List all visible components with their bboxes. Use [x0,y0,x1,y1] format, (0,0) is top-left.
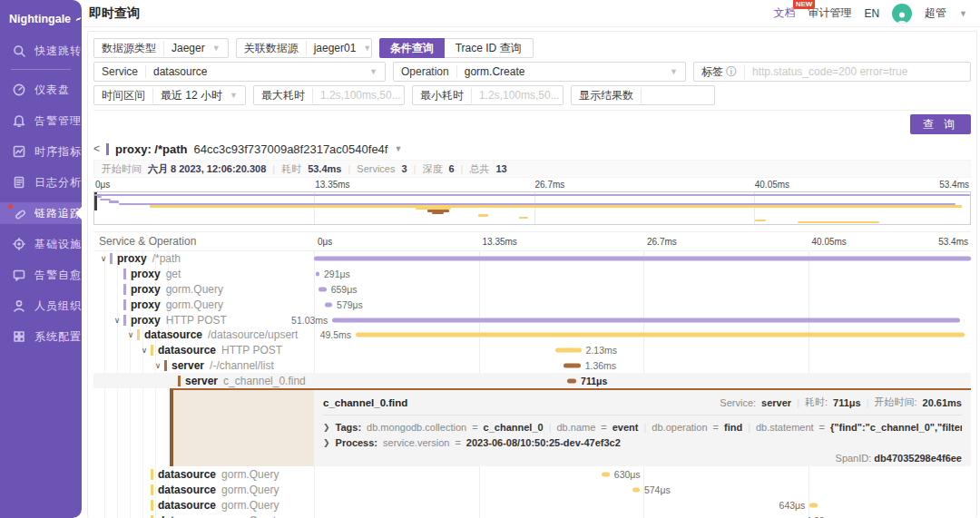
span-duration-bar[interactable] [318,287,327,291]
span-duration-bar[interactable] [325,302,332,307]
role-label[interactable]: 超管 [925,5,946,21]
operation-select[interactable]: Operation gorm.Create ▼ [393,62,686,82]
datasource-select[interactable]: 关联数据源 jaeger01 ▼ [236,38,372,58]
sidebar-item-search[interactable]: 快速跳转 [0,40,82,62]
sidebar-item-infra[interactable]: 基础设施 [0,233,82,255]
tag-item: = [601,422,606,433]
span-table-header: Service & Operation 0μs13.35ms26.7ms40.0… [93,231,971,251]
sidebar-item-dashboard[interactable]: 仪表盘 [0,79,82,101]
span-row[interactable]: ∨proxy/*path [93,251,971,267]
service-color-marker [164,360,167,371]
span-duration-bar[interactable] [356,333,965,337]
chevron-down-icon: ▼ [369,67,385,76]
span-row[interactable]: datasourcegorm.Create4.98ms [93,513,971,518]
tree-collapse-icon[interactable]: ∨ [124,330,137,339]
people-icon [12,299,25,313]
span-duration-label: 2.13ms [586,345,617,356]
span-row[interactable]: datasourcegorm.Query643μs [93,497,971,513]
span-row[interactable]: ∨server/-/channel/list1.36ms [93,358,971,374]
bird-icon [75,13,82,25]
timeline-tick: 26.7ms [647,237,677,247]
detail-process-row[interactable]: ❯ Process: service.version = 2023-06-08/… [323,437,962,448]
query-button[interactable]: 查 询 [910,114,971,134]
minimap-span [798,221,879,223]
tag-item: {"find":"c_channel_0","filter":{"account… [830,422,962,433]
span-row[interactable]: datasourcegorm.Query630μs [93,466,971,482]
tag-item: db.statement [756,422,814,433]
tree-collapse-icon[interactable]: ∨ [111,316,123,325]
span-duration-label: 291μs [324,269,350,279]
infra-icon [12,238,25,251]
timeline-tick: 40.05ms [812,237,847,247]
heal-icon [12,269,25,282]
minimap-span [109,200,118,202]
tab-traceid-query[interactable]: Trace ID 查询 [445,38,534,58]
tag-item: db.operation [652,422,707,433]
tag-item: event [612,422,639,433]
span-duration-bar[interactable] [316,272,319,277]
span-duration-bar[interactable] [602,472,610,476]
tag-placeholder: http.status_code=200 error=true [745,65,915,78]
result-limit-input[interactable]: 显示结果数 [571,85,715,105]
span-duration-bar[interactable] [567,378,576,383]
span-row[interactable]: serverc_channel_0.find711μs [93,373,971,388]
sidebar-item-people[interactable]: 人员组织 [0,295,82,317]
sidebar-item-trace[interactable]: 链路追踪 [0,202,82,224]
sidebar: Nightingale 快速跳转仪表盘告警管理时序指标日志分析链路追踪基础设施告… [0,0,82,518]
tree-collapse-icon[interactable]: ∨ [97,254,110,263]
timeline-tick: 53.4ms [938,237,968,247]
span-row[interactable]: ∨datasourceHTTP POST2.13ms [93,343,971,358]
tree-collapse-icon[interactable]: ∨ [152,361,164,370]
metric-icon [12,145,25,159]
tag-item: c_channel_0 [484,422,544,433]
tree-collapse-icon[interactable]: ∨ [138,346,151,355]
minimap-span [519,217,528,219]
sidebar-item-config[interactable]: 系统配置 [0,326,82,347]
filter-bar: 数据源类型 Jaeger ▼ 关联数据源 jaeger01 ▼ 条件查询 Tra… [93,32,971,111]
span-duration-label: 51.03ms [291,315,332,326]
span-duration-bar[interactable] [564,363,580,367]
span-duration-bar[interactable] [332,318,960,322]
tag-input[interactable]: 标签 ⓘ http.status_code=200 error=true [693,62,971,82]
trace-icon [12,207,25,220]
datasource-type-select[interactable]: 数据源类型 Jaeger ▼ [93,38,229,58]
service-color-marker [123,315,126,326]
chevron-down-icon: ▼ [959,9,967,18]
span-row[interactable]: proxyget291μs [93,267,971,282]
service-color-marker [123,269,126,279]
sidebar-item-log[interactable]: 日志分析 [0,171,82,193]
dashboard-icon [12,83,25,97]
max-duration-input[interactable]: 最大耗时 1.2s,100ms,50... [253,85,405,105]
collapse-icon[interactable]: < [93,142,100,155]
span-row[interactable]: proxygorm.Query659μs [93,282,971,298]
sidebar-item-metric[interactable]: 时序指标 [0,141,82,162]
span-row[interactable]: datasourcegorm.Query574μs [93,482,971,497]
min-duration-input[interactable]: 最小耗时 1.2s,100ms,50... [412,85,564,105]
trace-minimap[interactable] [93,191,971,225]
timeline-tick: 13.35ms [483,237,517,247]
detail-tags-row[interactable]: ❯ Tags: db.mongodb.collection=c_channel_… [323,422,962,433]
chevron-down-icon: ▼ [670,67,685,76]
tag-item: = [472,422,477,433]
sidebar-item-alert[interactable]: 告警管理 [0,110,82,132]
tab-condition-query[interactable]: 条件查询 [379,38,445,58]
sidebar-item-heal[interactable]: 告警自愈 [0,264,82,286]
chevron-down-icon[interactable]: ▼ [394,144,402,153]
span-row[interactable]: ∨proxyHTTP POST51.03ms [93,312,971,327]
span-row[interactable]: proxygorm.Query579μs [93,297,971,312]
chevron-down-icon: ▼ [363,44,378,53]
span-duration-bar[interactable] [809,503,818,507]
span-duration-bar[interactable] [314,257,971,261]
top-bar: 即时查询 文档 NEW 审计管理 EN 超管 ▼ [82,0,980,27]
minimap-span [432,212,444,214]
time-range-select[interactable]: 时间区间 最近 12 小时 ▼ [93,85,246,105]
docs-link[interactable]: 文档 NEW [773,5,795,21]
service-color-marker [151,345,153,356]
lang-switch[interactable]: EN [864,7,879,20]
avatar[interactable] [892,4,912,24]
service-select[interactable]: Service datasource ▼ [93,62,386,82]
span-row[interactable]: ∨datasource/datasource/upsert49.5ms [93,327,971,343]
span-duration-bar[interactable] [555,348,582,353]
span-duration-label: 574μs [644,484,671,495]
span-duration-bar[interactable] [632,487,640,492]
